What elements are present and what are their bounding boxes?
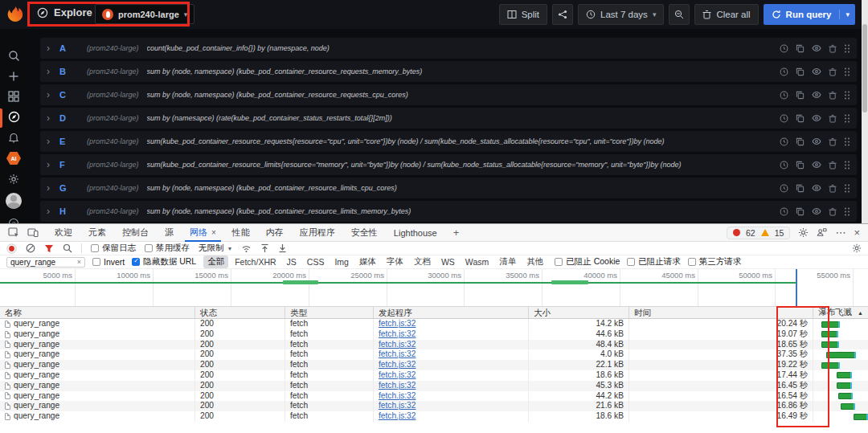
request-name[interactable]: query_range xyxy=(14,391,59,402)
sidebar-item-settings[interactable] xyxy=(0,174,27,185)
copy-query-icon[interactable] xyxy=(796,184,805,193)
sidebar-item-alerting[interactable] xyxy=(0,132,27,143)
chevron-right-icon[interactable]: › xyxy=(47,159,59,170)
drag-handle-icon[interactable] xyxy=(844,67,850,76)
column-header-waterfall[interactable]: 瀑布飞溅 ▲ xyxy=(813,307,868,318)
query-row[interactable]: › B (prom240-large) sum by (node, namesp… xyxy=(40,61,857,82)
request-initiator-link[interactable]: fetch.js:32 xyxy=(379,391,416,400)
query-row[interactable]: › C (prom240-large) sum by (node, namesp… xyxy=(40,84,857,105)
devtools-tab-性能[interactable]: 性能 × xyxy=(224,224,258,242)
network-conditions-icon[interactable] xyxy=(241,244,252,253)
scrollbar-thumb[interactable] xyxy=(862,24,867,112)
chevron-right-icon[interactable]: › xyxy=(47,182,59,194)
search-network-button[interactable] xyxy=(63,243,72,253)
hide-query-icon[interactable] xyxy=(812,114,821,122)
network-request-row[interactable]: query_range 200 fetch fetch.js:32 18.6 k… xyxy=(0,370,868,381)
network-request-row[interactable]: query_range 200 fetch fetch.js:32 14.2 k… xyxy=(0,319,868,329)
query-expression[interactable]: sum by (namesapce) (rate(kube_pod_contai… xyxy=(147,114,773,122)
drag-handle-icon[interactable] xyxy=(844,114,850,123)
hide-query-icon[interactable] xyxy=(812,91,821,99)
hide-query-icon[interactable] xyxy=(812,137,821,145)
hide-query-icon[interactable] xyxy=(812,184,821,192)
hide-query-icon[interactable] xyxy=(812,67,821,76)
filter-chip-Wasm[interactable]: Wasm xyxy=(461,256,493,268)
inspect-element-icon[interactable] xyxy=(8,227,19,238)
export-har-icon[interactable] xyxy=(278,243,287,253)
network-request-row[interactable]: query_range 200 fetch fetch.js:32 44.6 k… xyxy=(0,329,868,340)
issues-badge[interactable]: 62 15 xyxy=(727,227,790,239)
network-request-row[interactable]: query_range 200 fetch fetch.js:32 45.3 k… xyxy=(0,381,868,391)
devtools-tab-控制台[interactable]: 控制台 × xyxy=(114,224,157,242)
waterfall-cell[interactable] xyxy=(813,391,868,402)
network-settings-icon[interactable] xyxy=(852,243,862,253)
query-history-icon[interactable] xyxy=(780,44,788,53)
request-initiator-link[interactable]: fetch.js:32 xyxy=(379,381,416,390)
remove-query-icon[interactable] xyxy=(829,114,837,123)
sidebar-item-help[interactable]: ? xyxy=(0,217,27,223)
remove-query-icon[interactable] xyxy=(829,67,837,76)
query-history-icon[interactable] xyxy=(780,67,788,76)
preserve-log-checkbox[interactable]: 保留日志 xyxy=(91,243,136,254)
request-initiator-link[interactable]: fetch.js:32 xyxy=(379,349,416,358)
filter-chip-全部[interactable]: 全部 xyxy=(203,255,228,268)
explore-breadcrumb[interactable]: Explore xyxy=(37,6,92,18)
remove-query-icon[interactable] xyxy=(829,44,837,53)
request-name[interactable]: query_range xyxy=(14,319,59,329)
close-tab-icon[interactable]: × xyxy=(211,228,216,237)
request-initiator-link[interactable]: fetch.js:32 xyxy=(379,411,416,420)
devtools-tab-欢迎[interactable]: 欢迎 × xyxy=(47,224,80,242)
drag-handle-icon[interactable] xyxy=(844,184,850,193)
waterfall-cell[interactable] xyxy=(813,381,868,391)
filter-chip-CSS[interactable]: CSS xyxy=(303,256,329,268)
close-devtools-button[interactable]: × xyxy=(854,227,860,239)
blocked-cookies-checkbox[interactable]: 已阻止 Cookie xyxy=(555,256,620,268)
request-initiator-link[interactable]: fetch.js:32 xyxy=(379,340,416,349)
disable-cache-checkbox[interactable]: 禁用缓存 xyxy=(145,243,190,254)
remove-query-icon[interactable] xyxy=(829,207,837,216)
waterfall-cell[interactable] xyxy=(813,349,868,360)
query-expression[interactable]: sum by (node, namespace) (kube_pod_conta… xyxy=(147,67,773,76)
feedback-icon[interactable] xyxy=(817,227,827,238)
drag-handle-icon[interactable] xyxy=(844,161,850,170)
query-expression[interactable]: sum(kube_pod_container_resource_limits{r… xyxy=(147,161,773,169)
hide-data-urls-checkbox[interactable]: 隐藏数据 URL xyxy=(132,256,196,268)
query-expression[interactable]: sum(kube_pod_container_resource_requests… xyxy=(147,137,773,145)
column-header-name[interactable]: 名称 xyxy=(0,307,195,318)
devtools-tab-元素[interactable]: 元素 × xyxy=(80,224,114,242)
filter-chip-字体[interactable]: 字体 xyxy=(383,255,407,268)
invert-checkbox[interactable]: Invert xyxy=(92,257,125,267)
devtools-tab-Lighthouse[interactable]: Lighthouse × xyxy=(386,224,445,242)
query-history-icon[interactable] xyxy=(780,161,788,170)
query-history-icon[interactable] xyxy=(780,207,788,216)
hide-query-icon[interactable] xyxy=(812,44,821,52)
column-header-type[interactable]: 类型 xyxy=(285,307,374,318)
more-tabs-button[interactable]: + xyxy=(445,227,468,239)
devtools-tab-源[interactable]: 源 × xyxy=(157,224,182,242)
chevron-right-icon[interactable]: › xyxy=(47,43,59,54)
network-request-row[interactable]: query_range 200 fetch fetch.js:32 48.4 k… xyxy=(0,340,868,350)
chevron-right-icon[interactable]: › xyxy=(47,89,59,100)
remove-query-icon[interactable] xyxy=(829,161,837,170)
waterfall-cell[interactable] xyxy=(813,319,868,329)
zoom-out-button[interactable] xyxy=(669,4,690,25)
filter-chip-清单[interactable]: 清单 xyxy=(495,255,520,268)
network-request-row[interactable]: query_range 200 fetch fetch.js:32 21.6 k… xyxy=(0,401,868,411)
page-scrollbar[interactable] xyxy=(862,0,868,223)
filter-toggle-button[interactable] xyxy=(44,244,54,253)
column-header-initiator[interactable]: 发起程序 xyxy=(374,307,529,318)
filter-chip-文档[interactable]: 文档 xyxy=(410,255,435,268)
request-name[interactable]: query_range xyxy=(14,381,59,391)
request-name[interactable]: query_range xyxy=(14,349,59,360)
clear-filter-icon[interactable]: × xyxy=(77,258,81,266)
sidebar-item-create[interactable] xyxy=(0,71,27,82)
copy-query-icon[interactable] xyxy=(796,44,805,53)
filter-chip-媒体[interactable]: 媒体 xyxy=(355,255,380,268)
waterfall-cell[interactable] xyxy=(813,360,868,370)
network-request-row[interactable]: query_range 200 fetch fetch.js:32 44.2 k… xyxy=(0,391,868,402)
column-header-time[interactable]: 时间 xyxy=(629,307,813,318)
filter-chip-JS[interactable]: JS xyxy=(283,256,301,268)
filter-input[interactable]: query_range × xyxy=(6,257,85,268)
remove-query-icon[interactable] xyxy=(829,137,837,146)
drag-handle-icon[interactable] xyxy=(844,207,850,216)
devtools-tab-内存[interactable]: 内存 × xyxy=(258,224,292,242)
